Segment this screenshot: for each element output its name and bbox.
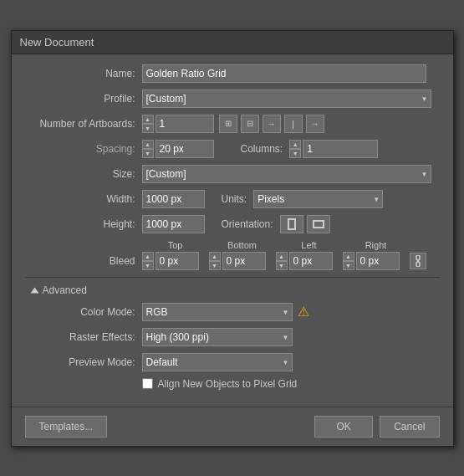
size-select[interactable]: [Custom] — [142, 165, 431, 183]
artboards-up[interactable]: ▲ — [142, 115, 154, 124]
bleed-bottom-arrows: ▲ ▼ — [209, 252, 221, 270]
color-mode-select[interactable]: RGB CMYK — [142, 303, 293, 321]
preview-mode-select[interactable]: Default Pixel Overprint — [142, 353, 293, 371]
cancel-button[interactable]: Cancel — [380, 416, 439, 438]
artboards-row: Number of Artboards: ▲ ▼ ⊞ ⊟ → | → — [25, 115, 440, 133]
grid-btn-1[interactable]: ⊞ — [219, 115, 237, 133]
advanced-triangle-icon — [30, 287, 38, 293]
new-document-dialog: New Document Name: Profile: [Custom] Num… — [11, 30, 454, 447]
units-select[interactable]: Pixels Inches Millimeters Centimeters — [253, 190, 383, 208]
orientation-label: Orientation: — [205, 218, 280, 230]
spacing-input[interactable] — [156, 140, 214, 158]
bleed-left-input[interactable] — [289, 252, 333, 270]
bleed-right-input[interactable] — [356, 252, 400, 270]
spacing-spinner: ▲ ▼ — [142, 140, 214, 158]
ok-button[interactable]: OK — [314, 416, 373, 438]
color-mode-select-wrapper: RGB CMYK — [142, 303, 293, 321]
advanced-toggle[interactable]: Advanced — [25, 284, 440, 296]
bleed-left-down[interactable]: ▼ — [276, 261, 288, 270]
bleed-left-arrows: ▲ ▼ — [276, 252, 288, 270]
bleed-right-col-label: Right — [343, 240, 410, 250]
profile-select-wrapper: [Custom] — [142, 90, 431, 108]
link-icon[interactable] — [410, 253, 426, 269]
warning-icon: ⚠ — [298, 304, 309, 320]
profile-row: Profile: [Custom] — [25, 90, 440, 108]
dialog-footer: Templates... OK Cancel — [12, 407, 453, 446]
artboards-arrows: ▲ ▼ — [142, 115, 154, 133]
bleed-left-spinner: ▲ ▼ — [276, 252, 339, 270]
templates-button[interactable]: Templates... — [25, 416, 108, 438]
spacing-up[interactable]: ▲ — [142, 140, 154, 149]
columns-spinner: ▲ ▼ — [289, 140, 378, 158]
grid-btn-3[interactable]: → — [263, 115, 281, 133]
advanced-label: Advanced — [43, 284, 87, 296]
bleed-bottom-up[interactable]: ▲ — [209, 252, 221, 261]
spacing-row: Spacing: ▲ ▼ Columns: ▲ ▼ — [25, 140, 440, 158]
bleed-column-labels: Top Bottom Left Right — [142, 240, 440, 250]
columns-input[interactable] — [303, 140, 378, 158]
bleed-bottom-input[interactable] — [222, 252, 266, 270]
bleed-top-arrows: ▲ ▼ — [142, 252, 154, 270]
bleed-bottom-down[interactable]: ▼ — [209, 261, 221, 270]
size-row: Size: [Custom] — [25, 165, 440, 183]
grid-btn-4[interactable]: | — [284, 115, 303, 133]
artboards-spinner: ▲ ▼ — [142, 115, 214, 133]
raster-effects-select-wrapper: High (300 ppi) Medium (150 ppi) Low (72 … — [142, 328, 293, 346]
section-divider — [25, 277, 440, 278]
spacing-label: Spacing: — [25, 143, 142, 155]
advanced-section: Advanced Color Mode: RGB CMYK ⚠ Raster E… — [25, 284, 440, 390]
columns-section: Columns: ▲ ▼ — [227, 140, 379, 158]
align-checkbox[interactable] — [142, 378, 153, 389]
landscape-icon — [313, 220, 324, 228]
units-select-wrapper: Pixels Inches Millimeters Centimeters — [253, 190, 383, 208]
preview-mode-select-wrapper: Default Pixel Overprint — [142, 353, 293, 371]
bleed-bottom-col-label: Bottom — [209, 240, 276, 250]
bleed-top-input[interactable] — [156, 252, 199, 270]
bleed-right-arrows: ▲ ▼ — [343, 252, 354, 270]
bleed-top-up[interactable]: ▲ — [142, 252, 154, 261]
artboards-down[interactable]: ▼ — [142, 124, 154, 133]
bleed-top-down[interactable]: ▼ — [142, 261, 154, 270]
orientation-buttons — [280, 215, 330, 233]
bleed-top-col-label: Top — [142, 240, 209, 250]
portrait-icon — [288, 218, 296, 230]
columns-down[interactable]: ▼ — [289, 149, 301, 158]
units-label: Units: — [205, 193, 254, 205]
grid-btn-5[interactable]: → — [306, 115, 324, 133]
height-row: Height: Orientation: — [25, 215, 440, 233]
height-input[interactable] — [142, 215, 205, 233]
columns-up[interactable]: ▲ — [289, 140, 301, 149]
profile-select[interactable]: [Custom] — [142, 90, 431, 108]
name-input[interactable] — [142, 64, 426, 83]
width-input[interactable] — [142, 190, 205, 208]
bleed-row: Bleed ▲ ▼ ▲ ▼ ▲ ▼ — [25, 252, 440, 270]
bleed-bottom-spinner: ▲ ▼ — [209, 252, 273, 270]
orientation-section: Orientation: — [205, 215, 440, 233]
portrait-button[interactable] — [280, 215, 303, 233]
size-label: Size: — [25, 168, 142, 180]
grid-btn-2[interactable]: ⊟ — [241, 115, 259, 133]
bleed-right-spinner: ▲ ▼ — [343, 252, 406, 270]
profile-label: Profile: — [25, 93, 142, 105]
units-section: Units: Pixels Inches Millimeters Centime… — [205, 190, 440, 208]
artboard-controls: ⊞ ⊟ → | → — [219, 115, 324, 133]
dialog-content: Name: Profile: [Custom] Number of Artboa… — [12, 54, 453, 400]
landscape-button[interactable] — [307, 215, 330, 233]
name-label: Name: — [25, 68, 142, 79]
spacing-arrows: ▲ ▼ — [142, 140, 154, 158]
artboards-label: Number of Artboards: — [25, 118, 142, 130]
columns-arrows: ▲ ▼ — [289, 140, 301, 158]
preview-mode-row: Preview Mode: Default Pixel Overprint — [25, 353, 440, 371]
width-row: Width: Units: Pixels Inches Millimeters … — [25, 190, 440, 208]
raster-effects-select[interactable]: High (300 ppi) Medium (150 ppi) Low (72 … — [142, 328, 293, 346]
bleed-right-down[interactable]: ▼ — [343, 261, 354, 270]
align-checkbox-row: Align New Objects to Pixel Grid — [142, 378, 440, 390]
artboards-input[interactable] — [156, 115, 214, 133]
bleed-right-up[interactable]: ▲ — [343, 252, 354, 261]
bleed-label: Bleed — [25, 255, 142, 267]
name-row: Name: — [25, 64, 440, 83]
height-label: Height: — [25, 218, 142, 230]
raster-effects-label: Raster Effects: — [25, 331, 142, 343]
spacing-down[interactable]: ▼ — [142, 149, 154, 158]
bleed-left-up[interactable]: ▲ — [276, 252, 288, 261]
